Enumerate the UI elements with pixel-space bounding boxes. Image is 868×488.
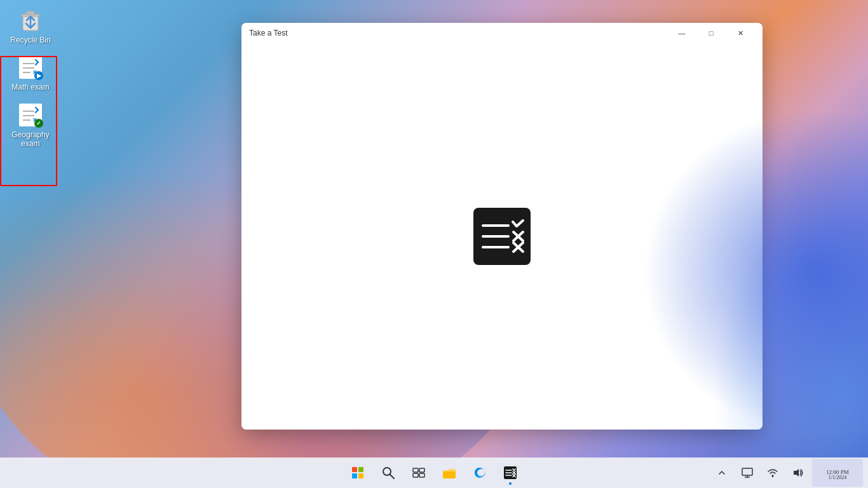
math-exam-image: ✕ ▶ — [18, 55, 43, 80]
task-view-button[interactable] — [405, 459, 433, 487]
desktop: Recycle Bin ✕ ▶ Math exam — [0, 0, 868, 463]
math-exam-label: Math exam — [11, 83, 49, 92]
svg-text:1/1/2024: 1/1/2024 — [829, 475, 846, 479]
minimize-button[interactable]: — — [667, 23, 696, 43]
recycle-bin-image — [18, 8, 43, 33]
maximize-button[interactable]: □ — [696, 23, 726, 43]
window-content — [241, 43, 763, 430]
file-explorer-button[interactable] — [435, 459, 463, 487]
window-title: Take a Test — [249, 29, 667, 37]
task-view-icon — [412, 466, 425, 479]
math-exam-badge: ▶ — [34, 71, 43, 80]
svg-point-39 — [772, 475, 774, 477]
geography-exam-label: Geography exam — [8, 130, 53, 149]
display-icon — [742, 468, 753, 478]
svg-line-22 — [390, 475, 394, 478]
svg-rect-25 — [413, 473, 418, 477]
svg-rect-36 — [742, 468, 752, 475]
math-exam-icon[interactable]: ✕ ▶ Math exam — [5, 52, 56, 94]
window-controls: — □ ✕ — [667, 23, 755, 43]
search-icon — [382, 466, 395, 479]
file-explorer-icon — [442, 466, 456, 479]
chevron-button[interactable] — [710, 461, 733, 484]
notification-area[interactable]: 12:00 PM 1/1/2024 — [812, 459, 863, 487]
close-button[interactable]: ✕ — [726, 23, 755, 43]
take-a-test-app-icon — [473, 208, 531, 265]
svg-rect-23 — [413, 468, 418, 472]
volume-button[interactable] — [787, 461, 810, 484]
geography-exam-image: ✕ ✓ — [18, 102, 43, 128]
clock-display: 12:00 PM 1/1/2024 — [822, 466, 853, 479]
network-icon — [767, 468, 778, 478]
svg-rect-24 — [419, 468, 424, 472]
start-button[interactable] — [344, 459, 372, 487]
network-button[interactable] — [761, 461, 784, 484]
edge-icon — [473, 466, 486, 479]
take-a-test-window: Take a Test — □ ✕ — [241, 23, 763, 430]
title-bar: Take a Test — □ ✕ — [241, 23, 763, 43]
recycle-bin-label: Recycle Bin — [10, 36, 50, 44]
chevron-up-icon — [718, 469, 726, 477]
edge-button[interactable] — [466, 459, 494, 487]
taskbar: 12:00 PM 1/1/2024 — [0, 458, 868, 488]
take-a-test-taskbar-button[interactable] — [496, 459, 524, 487]
recycle-bin-icon[interactable]: Recycle Bin — [5, 5, 56, 47]
take-a-test-taskbar-icon — [504, 466, 517, 479]
display-button[interactable] — [736, 461, 759, 484]
svg-rect-2 — [27, 11, 34, 14]
system-tray: 12:00 PM 1/1/2024 — [710, 459, 868, 487]
desktop-icons: Recycle Bin ✕ ▶ Math exam — [0, 0, 61, 161]
svg-rect-26 — [419, 473, 424, 477]
geography-exam-badge: ✓ — [34, 119, 43, 128]
windows-logo — [352, 467, 363, 478]
svg-point-21 — [383, 468, 391, 475]
geography-exam-icon[interactable]: ✕ ✓ Geography exam — [5, 100, 56, 151]
volume-icon — [793, 468, 803, 478]
taskbar-center — [344, 459, 524, 487]
search-button[interactable] — [374, 459, 402, 487]
svg-marker-40 — [794, 469, 799, 477]
